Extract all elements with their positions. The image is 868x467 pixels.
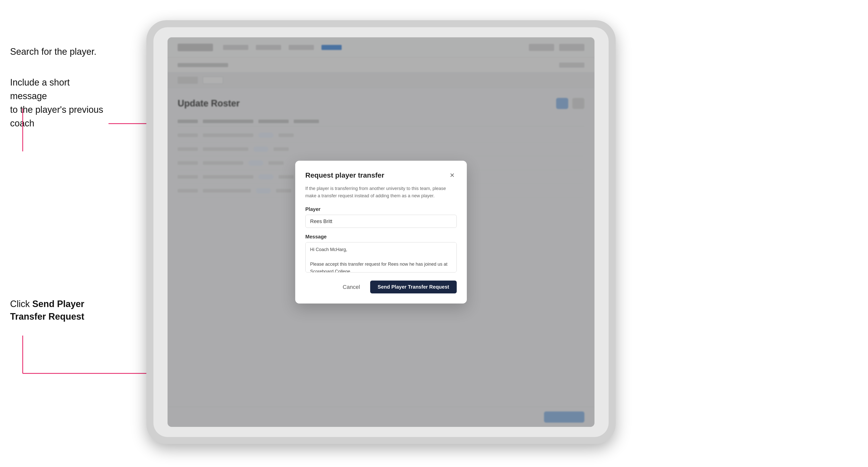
tablet-outer: Update Roster (146, 20, 616, 444)
tablet-inner: Update Roster (153, 27, 609, 437)
modal-header: Request player transfer ✕ (305, 171, 457, 180)
annotation-area: Search for the player. Include a short m… (0, 0, 146, 467)
cancel-button[interactable]: Cancel (338, 281, 365, 293)
request-player-transfer-modal: Request player transfer ✕ If the player … (295, 161, 467, 304)
message-textarea[interactable]: Hi Coach McHarg, Please accept this tran… (305, 242, 457, 273)
modal-footer: Cancel Send Player Transfer Request (305, 281, 457, 293)
tablet-device: Update Roster (146, 20, 616, 444)
player-input[interactable] (305, 215, 457, 228)
app-container: Update Roster (167, 37, 594, 427)
annotation-message: Include a short messageto the player's p… (10, 76, 106, 130)
modal-title: Request player transfer (305, 171, 384, 179)
modal-close-button[interactable]: ✕ (447, 171, 457, 180)
modal-description: If the player is transferring from anoth… (305, 185, 457, 199)
modal-overlay: Request player transfer ✕ If the player … (167, 37, 594, 427)
annotation-click: Click Send Player Transfer Request (10, 298, 106, 323)
send-player-transfer-button[interactable]: Send Player Transfer Request (370, 281, 457, 293)
message-label: Message (305, 234, 457, 240)
annotation-search: Search for the player. (10, 45, 96, 58)
tablet-screen: Update Roster (167, 37, 594, 427)
player-label: Player (305, 207, 457, 212)
